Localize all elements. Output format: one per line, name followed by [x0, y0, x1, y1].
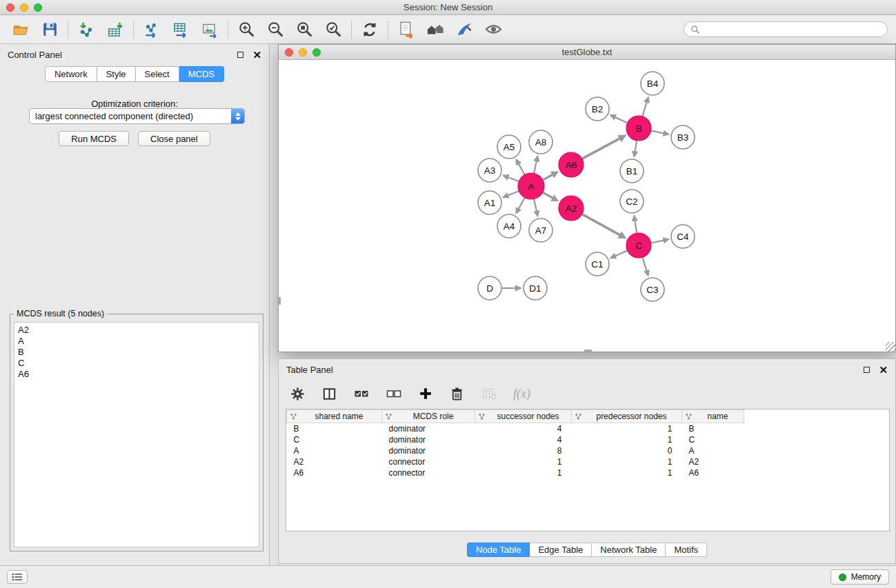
table-row[interactable]: A2connector11A2 — [287, 456, 744, 467]
result-item[interactable]: A6 — [18, 369, 255, 380]
column-header-name[interactable]: name — [682, 410, 744, 423]
table-cell[interactable]: dominator — [382, 423, 475, 434]
table-cell[interactable]: B — [682, 423, 744, 434]
delete-column-button[interactable] — [449, 386, 465, 402]
task-history-button[interactable] — [7, 570, 28, 584]
table-cell[interactable]: 0 — [572, 445, 682, 456]
network-edge[interactable] — [519, 198, 525, 209]
table-cell[interactable]: C — [287, 434, 382, 445]
network-node-A[interactable]: A — [518, 173, 544, 199]
network-node-A8[interactable]: A8 — [529, 130, 552, 154]
table-cell[interactable]: B — [287, 423, 382, 434]
column-header-predecessor-nodes[interactable]: predecessor nodes — [572, 410, 682, 423]
open-session-button[interactable] — [8, 18, 33, 41]
minimize-window-button[interactable] — [20, 3, 28, 12]
network-edge[interactable] — [615, 117, 627, 123]
network-node-B4[interactable]: B4 — [641, 72, 664, 95]
table-settings-button[interactable] — [290, 386, 306, 402]
network-edge[interactable] — [635, 221, 637, 233]
network-node-B[interactable]: B — [626, 116, 651, 141]
network-edge[interactable] — [651, 241, 664, 243]
network-node-A5[interactable]: A5 — [497, 135, 521, 159]
select-all-button[interactable] — [353, 385, 370, 402]
show-all-button[interactable] — [423, 18, 448, 41]
network-edge[interactable] — [543, 174, 552, 180]
network-node-C[interactable]: C — [626, 233, 651, 258]
network-node-A6[interactable]: A6 — [559, 152, 584, 177]
network-node-C2[interactable]: C2 — [620, 190, 644, 213]
network-node-C4[interactable]: C4 — [671, 225, 695, 248]
deselect-all-button[interactable] — [386, 385, 402, 402]
run-mcds-button[interactable]: Run MCDS — [59, 131, 129, 146]
apply-layout-button[interactable] — [357, 18, 382, 41]
table-cell[interactable]: 1 — [572, 423, 682, 434]
table-cell[interactable]: dominator — [382, 434, 475, 445]
network-edge[interactable] — [651, 131, 664, 134]
table-row[interactable]: Cdominator41C — [287, 434, 744, 445]
table-row[interactable]: A6connector11A6 — [287, 467, 744, 478]
zoom-window-button[interactable] — [34, 3, 42, 12]
create-column-button[interactable] — [418, 386, 433, 401]
network-node-B1[interactable]: B1 — [620, 159, 644, 183]
network-edge[interactable] — [534, 199, 537, 212]
function-builder-button[interactable]: f(x) — [513, 387, 530, 401]
network-edge[interactable] — [534, 161, 537, 173]
table-cell[interactable]: connector — [382, 467, 475, 478]
table-cell[interactable]: 4 — [475, 423, 572, 434]
network-edge[interactable] — [615, 251, 628, 256]
new-network-from-selection-button[interactable] — [394, 18, 419, 41]
export-network-button[interactable] — [139, 18, 164, 41]
network-close-button[interactable] — [285, 48, 293, 57]
network-node-D[interactable]: D — [478, 276, 501, 300]
table-cell[interactable]: A6 — [682, 467, 744, 478]
tab-mcds[interactable]: MCDS — [179, 66, 224, 82]
table-row[interactable]: Adominator80A — [287, 445, 744, 456]
table-cell[interactable]: 1 — [475, 467, 572, 478]
search-input[interactable] — [704, 25, 881, 34]
network-edge[interactable] — [582, 214, 620, 235]
result-item[interactable]: B — [18, 347, 255, 358]
network-edge[interactable] — [519, 163, 525, 174]
column-header-successor-nodes[interactable]: successor nodes — [475, 410, 572, 423]
save-session-button[interactable] — [37, 18, 62, 41]
tab-style[interactable]: Style — [97, 66, 136, 82]
import-network-button[interactable] — [74, 18, 99, 41]
table-cell[interactable]: 1 — [572, 434, 682, 445]
network-node-A7[interactable]: A7 — [529, 219, 552, 242]
network-edge[interactable] — [582, 139, 620, 159]
network-node-A1[interactable]: A1 — [478, 191, 501, 214]
export-table-button[interactable] — [168, 18, 193, 41]
float-table-panel-icon[interactable] — [864, 367, 870, 373]
table-cell[interactable]: 1 — [572, 467, 682, 478]
table-cell[interactable]: connector — [382, 456, 475, 467]
close-table-panel-icon[interactable]: ✕ — [879, 367, 888, 373]
network-edge[interactable] — [635, 141, 637, 152]
network-edge[interactable] — [543, 192, 553, 198]
tab-network-table[interactable]: Network Table — [592, 543, 666, 557]
column-header-shared-name[interactable]: shared name — [287, 410, 382, 423]
table-cell[interactable]: A6 — [287, 467, 382, 478]
window-resize-grip[interactable] — [886, 342, 895, 352]
network-node-A3[interactable]: A3 — [478, 159, 501, 182]
network-node-B2[interactable]: B2 — [586, 97, 609, 121]
network-node-C3[interactable]: C3 — [641, 278, 664, 301]
tab-select[interactable]: Select — [136, 66, 179, 82]
optimization-criterion-dropdown[interactable]: largest connected component (directed) — [29, 108, 245, 124]
import-table-button[interactable] — [103, 18, 128, 41]
zoom-in-button[interactable] — [234, 18, 259, 41]
tab-network[interactable]: Network — [45, 66, 97, 82]
network-node-A2[interactable]: A2 — [559, 196, 584, 221]
network-edge[interactable] — [508, 177, 519, 181]
export-image-button[interactable] — [197, 18, 222, 41]
close-panel-button[interactable]: Close panel — [138, 131, 210, 146]
table-cell[interactable]: A2 — [682, 456, 744, 467]
result-item[interactable]: A2 — [18, 325, 255, 336]
zoom-fit-button[interactable] — [292, 18, 317, 41]
show-hide-button[interactable] — [481, 18, 506, 41]
table-cell[interactable]: 4 — [475, 434, 572, 445]
result-item[interactable]: C — [18, 358, 255, 369]
network-canvas[interactable]: B4B2BB3A8A5A6A3B1AA1C2A2A4A7C4CC1C3DD1 — [279, 60, 895, 352]
network-minimize-button[interactable] — [299, 48, 307, 57]
show-column-button[interactable] — [321, 386, 337, 402]
zoom-selected-button[interactable] — [321, 18, 346, 41]
